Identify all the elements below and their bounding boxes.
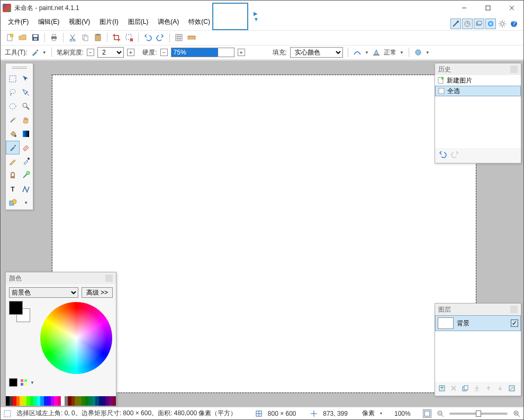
save-icon[interactable] <box>30 32 41 43</box>
print-icon[interactable] <box>49 32 59 43</box>
fit-window-icon[interactable] <box>423 409 431 418</box>
menu-adjust[interactable]: 调色(A) <box>153 16 183 28</box>
deselect-icon[interactable] <box>124 32 134 43</box>
new-file-icon[interactable] <box>5 32 15 43</box>
color-mode-select[interactable]: 前景色 <box>9 287 78 298</box>
history-panel-close[interactable] <box>510 66 518 73</box>
ruler-icon[interactable] <box>186 32 197 43</box>
tools-window-toggle[interactable] <box>450 19 461 29</box>
overwrite-dropdown[interactable]: ▼ <box>426 50 430 55</box>
lasso-tool[interactable] <box>6 86 20 99</box>
menu-effects[interactable]: 特效(C) <box>184 16 214 28</box>
line-tool[interactable] <box>20 182 33 196</box>
menu-edit[interactable]: 编辑(E) <box>34 16 64 28</box>
move-up-icon[interactable] <box>484 384 493 393</box>
layers-panel-close[interactable] <box>510 306 518 313</box>
move-pixels-tool[interactable] <box>20 86 33 99</box>
svg-line-16 <box>500 21 501 22</box>
zoom-out-icon[interactable] <box>437 410 444 417</box>
shapes-tool[interactable] <box>6 196 20 209</box>
rect-select-tool[interactable] <box>6 72 20 86</box>
maximize-button[interactable] <box>476 1 500 15</box>
brush-width-input[interactable]: 2 <box>97 47 124 58</box>
palette-swatch[interactable] <box>113 396 116 406</box>
layers-window-toggle[interactable] <box>474 19 484 29</box>
zoom-in-icon[interactable] <box>513 410 520 417</box>
shapes-dropdown[interactable]: ▼ <box>20 196 33 209</box>
palette-dropdown[interactable]: ▼ <box>30 380 34 385</box>
antialias-dropdown[interactable]: ▼ <box>365 50 369 55</box>
move-down-icon[interactable] <box>495 384 505 393</box>
menu-layer[interactable]: 图层(L) <box>124 16 153 28</box>
blend-icon[interactable] <box>372 48 381 57</box>
delete-layer-icon[interactable] <box>449 384 458 393</box>
hardness-increase[interactable]: + <box>238 49 245 56</box>
undo-icon[interactable] <box>142 32 153 43</box>
paintbrush-tool[interactable] <box>6 141 20 154</box>
thumbnail-dropdown-icon[interactable]: ▶▼ <box>254 11 259 22</box>
hardness-slider[interactable]: 75% <box>171 48 234 57</box>
close-button[interactable] <box>500 1 523 15</box>
open-file-icon[interactable] <box>17 32 28 43</box>
layer-properties-icon[interactable] <box>507 384 517 393</box>
fill-select[interactable]: 实心颜色 <box>290 47 343 58</box>
menu-file[interactable]: 文件(F) <box>4 16 33 28</box>
blend-dropdown[interactable]: ▼ <box>400 50 404 55</box>
colors-panel-close[interactable] <box>105 275 113 282</box>
history-redo-icon[interactable] <box>451 150 459 159</box>
brush-width-increase[interactable]: + <box>127 49 134 56</box>
recolor-tool[interactable] <box>20 168 33 182</box>
brush-width-decrease[interactable]: − <box>87 49 94 56</box>
current-tool-icon[interactable] <box>31 48 39 57</box>
minimize-button[interactable] <box>452 1 476 15</box>
zoom-tool[interactable] <box>20 99 33 113</box>
color-wheel[interactable] <box>40 302 112 374</box>
duplicate-layer-icon[interactable] <box>460 384 470 393</box>
fg-bg-swatch[interactable] <box>9 301 30 322</box>
tool-dropdown-icon[interactable]: ▼ <box>42 50 47 55</box>
fg-color-swatch[interactable] <box>9 301 23 315</box>
color-wheel-picker[interactable] <box>74 336 78 340</box>
palette-current[interactable] <box>9 378 17 387</box>
redo-icon[interactable] <box>155 32 166 43</box>
grid-icon[interactable] <box>174 32 184 43</box>
advanced-button[interactable]: 高级 >> <box>82 287 113 298</box>
menu-view[interactable]: 视图(V) <box>65 16 94 28</box>
settings-icon[interactable] <box>497 19 508 29</box>
units-dropdown[interactable]: ▾ <box>380 411 382 416</box>
history-window-toggle[interactable] <box>462 19 473 29</box>
tools-panel-grip[interactable] <box>6 63 33 72</box>
antialias-icon[interactable] <box>353 48 362 57</box>
layer-item[interactable]: 背景 ✓ <box>435 315 521 331</box>
help-icon[interactable]: ? <box>509 19 519 29</box>
history-item[interactable]: 新建图片 <box>435 75 521 86</box>
gradient-tool[interactable] <box>20 127 33 141</box>
palette-strip[interactable] <box>6 396 116 406</box>
menu-image[interactable]: 图片(I) <box>95 16 122 28</box>
color-picker-tool[interactable] <box>20 154 33 168</box>
move-selection-tool[interactable] <box>20 72 33 86</box>
paste-icon[interactable] <box>93 32 103 43</box>
pan-tool[interactable] <box>20 113 33 127</box>
pencil-tool[interactable] <box>6 154 20 168</box>
merge-down-icon[interactable] <box>472 384 482 393</box>
magic-wand-tool[interactable] <box>6 113 20 127</box>
cut-icon[interactable] <box>67 32 78 43</box>
text-tool[interactable]: T <box>6 182 20 196</box>
history-item[interactable]: 全选 <box>435 86 521 96</box>
fill-tool[interactable] <box>6 127 20 141</box>
history-undo-icon[interactable] <box>438 150 447 159</box>
layer-visible-checkbox[interactable]: ✓ <box>511 319 518 327</box>
ellipse-select-tool[interactable] <box>6 99 20 113</box>
copy-icon[interactable] <box>80 32 91 43</box>
crop-icon[interactable] <box>111 32 122 43</box>
clone-stamp-tool[interactable] <box>6 168 20 182</box>
add-layer-icon[interactable]: + <box>437 384 447 393</box>
zoom-slider[interactable] <box>449 413 508 415</box>
document-thumbnail[interactable] <box>212 3 248 30</box>
overwrite-icon[interactable] <box>414 48 422 57</box>
eraser-tool[interactable] <box>20 141 33 154</box>
palette-manage-icon[interactable] <box>20 378 28 387</box>
hardness-decrease[interactable]: − <box>160 49 168 56</box>
colors-window-toggle[interactable] <box>485 19 496 29</box>
